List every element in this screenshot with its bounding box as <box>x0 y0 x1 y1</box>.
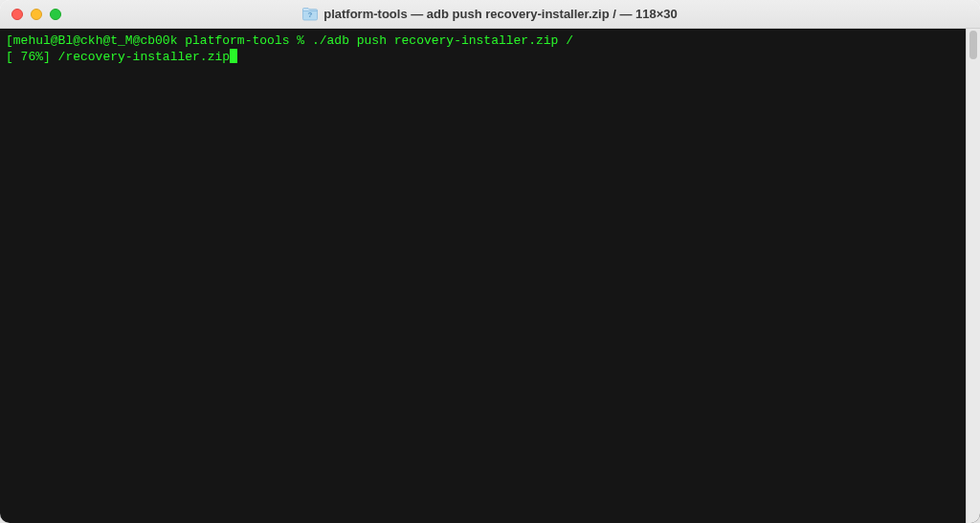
terminal-line-2: [ 76%] /recovery-installer.zip <box>6 49 974 65</box>
title-container: ? platform-tools — adb push recovery-ins… <box>0 7 980 21</box>
prompt-user: mehul@Bl@ckh@t_M@cb00k <box>13 33 178 48</box>
folder-icon: ? <box>302 8 318 21</box>
close-window-button[interactable] <box>11 9 23 20</box>
svg-rect-0 <box>303 10 318 20</box>
terminal-window: ? platform-tools — adb push recovery-ins… <box>0 0 980 523</box>
sep-space <box>304 33 312 48</box>
progress-output: [ 76%] /recovery-installer.zip <box>6 50 230 64</box>
prompt-percent: % <box>297 33 304 48</box>
svg-text:?: ? <box>308 11 313 19</box>
prompt-dir: platform-tools <box>185 33 289 48</box>
terminal-scrollbar[interactable] <box>966 29 980 523</box>
window-titlebar[interactable]: ? platform-tools — adb push recovery-ins… <box>0 0 980 29</box>
scrollbar-thumb[interactable] <box>969 31 977 59</box>
terminal-body[interactable]: [mehul@Bl@ckh@t_M@cb00k platform-tools %… <box>0 29 980 523</box>
command-text: ./adb push recovery-installer.zip / <box>312 33 573 48</box>
minimize-window-button[interactable] <box>31 9 42 20</box>
terminal-cursor <box>230 49 237 63</box>
open-bracket: [ <box>6 33 13 48</box>
traffic-lights <box>0 9 61 20</box>
window-title: platform-tools — adb push recovery-insta… <box>323 7 678 21</box>
maximize-window-button[interactable] <box>50 9 61 20</box>
terminal-line-1: [mehul@Bl@ckh@t_M@cb00k platform-tools %… <box>6 33 974 49</box>
